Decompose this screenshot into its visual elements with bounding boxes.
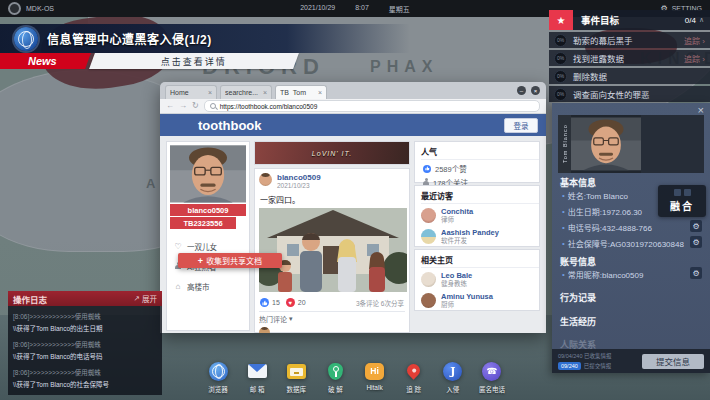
trait-city: ⌂ 高楼市 [174, 281, 249, 292]
url-text: https://toothbook.com/blanco0509 [220, 103, 318, 110]
browser-tabstrip: Home × searchre... × TB_Tom × – × [160, 82, 546, 99]
heart-icon[interactable]: ♥ [286, 298, 295, 307]
post-meta-counts: 3条评论 6次分享 [356, 298, 404, 308]
related-pages-card: 相关主页 Leo Bale 健身教练 Aminu Yunusa 厨师 [414, 249, 540, 311]
close-window-button[interactable]: × [531, 86, 540, 95]
submit-info-button[interactable]: 提交信息 [642, 354, 704, 369]
date: 2021/10/29 [300, 4, 335, 14]
app-browser[interactable]: 浏览器 [200, 361, 236, 394]
post-card: blanco0509 2021/10/23 一家四口。 [254, 168, 410, 333]
comment-row: 匿名访客1149 好幸福啊! [259, 327, 405, 333]
objective-row[interactable]: 0% 调查面向女性的罪恶 [549, 86, 710, 102]
map-label: PHAX [370, 58, 438, 76]
objective-percent: 0% [554, 34, 567, 47]
close-icon[interactable]: × [263, 89, 267, 96]
objectives-panel: ★ 事件目标 0/4 ∧ 0% 勒索的幕后黑手 追踪 › 0% 找到泄露数据 追… [549, 10, 710, 102]
field-nickname: • 常用昵称:blanco0509 [562, 269, 702, 280]
visitor-row[interactable]: Conchita 律师 [421, 207, 539, 224]
shield-icon [328, 363, 343, 380]
collected-info-count: 09/04/240 已收集情报 [558, 352, 612, 360]
comments-header[interactable]: 热门评论 ▾ [259, 311, 405, 324]
collect-to-shared-doc-button[interactable]: + 收集到共享文档 [178, 253, 282, 268]
trait-children: ♡ 一双儿女 [174, 241, 249, 252]
login-button[interactable]: 登录 [504, 118, 538, 133]
objective-row[interactable]: 0% 删除数据 [549, 68, 710, 84]
highlighted-user-id[interactable]: TB2323556 [170, 217, 236, 229]
chevron-up-icon[interactable]: ∧ [699, 16, 704, 24]
tab-tbtom[interactable]: TB_Tom × [275, 85, 327, 99]
operation-log-panel: 操作日志 ↗ 展开 [8:06]>>>>>>>>>>>>使用蜘蛛 \\获得了To… [8, 291, 162, 400]
app-intrude[interactable]: J 入侵 [435, 361, 471, 394]
objectives-header: ★ 事件目标 0/4 ∧ [549, 10, 710, 30]
expand-button[interactable]: ↗ 展开 [134, 293, 157, 304]
post-author[interactable]: blanco0509 [277, 173, 321, 182]
news-globe-icon [14, 27, 38, 51]
post-date: 2021/10/23 [277, 182, 321, 189]
os-logo-icon[interactable] [8, 2, 21, 15]
tab-search[interactable]: searchre... × [220, 85, 272, 99]
like-count: 15 [272, 299, 280, 306]
mail-icon [248, 364, 267, 378]
os-name: MDK-OS [26, 5, 54, 12]
url-bar[interactable]: https://toothbook.com/blanco0509 [204, 100, 540, 112]
expand-icon: ↗ [134, 294, 140, 303]
app-track[interactable]: 追 踪 [396, 361, 432, 394]
field-phone: • 电话号码:432-4888-766 [562, 222, 702, 233]
post-avatar[interactable] [259, 173, 272, 186]
close-icon[interactable]: × [318, 89, 322, 96]
popularity-card: 人气 2589个赞 178个关注 [414, 141, 540, 183]
toothbook-page: toothbook 登录 blanco0509 TB [160, 114, 546, 333]
minimize-button[interactable]: – [517, 86, 526, 95]
profile-photo [170, 145, 246, 203]
map-pin-icon [405, 361, 423, 379]
comment-avatar[interactable] [259, 327, 270, 333]
hook-icon: J [443, 362, 462, 381]
section-behavior[interactable]: 行为记录 [560, 291, 596, 304]
gear-icon[interactable]: ⚙ [690, 220, 702, 232]
character-photo-image [571, 115, 641, 173]
related-row[interactable]: Aminu Yunusa 厨师 [421, 292, 539, 309]
news-banner: 信息管理中心遭黑客入侵(1/2) [0, 24, 410, 53]
app-anonymous-call[interactable]: ☎ 匿名电话 [474, 361, 510, 394]
section-life[interactable]: 生活经历 [560, 315, 596, 328]
thumbs-up-icon[interactable] [260, 298, 269, 307]
app-crack[interactable]: 破 解 [317, 361, 353, 394]
app-database[interactable]: 数据库 [278, 361, 314, 394]
post-photo[interactable] [259, 208, 407, 292]
fusion-button[interactable]: 融合 [658, 185, 706, 217]
app-mail[interactable]: 邮 箱 [239, 361, 275, 394]
objectives-title: 事件目标 [581, 13, 619, 27]
objective-row[interactable]: 0% 找到泄露数据 追踪 › [549, 50, 710, 66]
post-text: 一家四口。 [260, 194, 409, 205]
objective-row[interactable]: 0% 勒索的幕后黑手 追踪 › [549, 32, 710, 48]
highlighted-username[interactable]: blanco0509 [170, 204, 246, 216]
track-button[interactable]: 追踪 › [684, 35, 705, 46]
character-name-strip: Tom Blanco [558, 115, 571, 173]
profile-card: blanco0509 TB2323556 ♡ 一双儿女 AI狂热者 ⌂ 高楼市 [166, 141, 250, 331]
gear-icon[interactable]: ⚙ [690, 267, 702, 279]
reload-icon[interactable]: ↻ [192, 102, 199, 110]
news-detail-button[interactable]: 点击查看详情 [89, 53, 299, 69]
gear-icon[interactable]: ⚙ [690, 236, 702, 248]
field-ssn: • 社会保障号:AG03019720630848 [562, 238, 702, 249]
log-title: 操作日志 [13, 293, 47, 305]
log-body: [8:06]>>>>>>>>>>>>使用蜘蛛 \\获得了Tom Blanco的出… [8, 306, 162, 395]
related-row[interactable]: Leo Bale 健身教练 [421, 271, 539, 288]
track-button[interactable]: 追踪 › [684, 53, 705, 64]
search-icon [210, 103, 216, 109]
close-icon[interactable]: × [208, 89, 212, 96]
browser-icon [209, 362, 228, 381]
forward-icon[interactable]: → [179, 102, 187, 110]
time: 8:07 [355, 4, 369, 14]
heart-icon: ♡ [174, 242, 182, 251]
database-icon [287, 364, 306, 379]
log-entry: [8:06]>>>>>>>>>>>>使用蜘蛛 \\获得了Tom Blanco的社… [13, 367, 157, 389]
tab-home[interactable]: Home × [165, 85, 217, 99]
phone-icon: ☎ [482, 362, 501, 381]
toothbook-header: toothbook 登录 [160, 114, 546, 136]
star-icon: ★ [549, 10, 573, 30]
app-hitalk[interactable]: Hi Hitalk [357, 361, 393, 394]
visitor-row[interactable]: Aashish Pandey 软件开发 [421, 228, 539, 245]
taskbar: 浏览器 邮 箱 数据库 破 解 Hi Hitalk 追 踪 J 入侵 ☎ 匿名电… [200, 361, 510, 394]
back-icon[interactable]: ← [166, 102, 174, 110]
